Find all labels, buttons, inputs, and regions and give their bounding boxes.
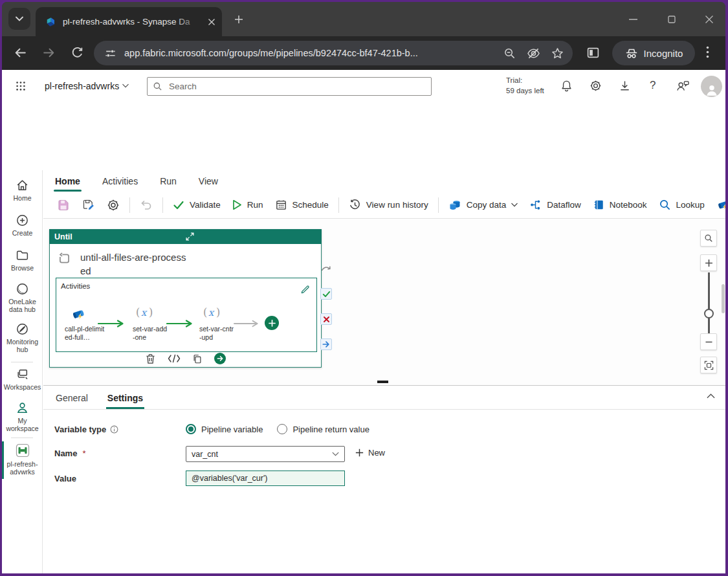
forward-button[interactable] (42, 46, 56, 60)
address-bar[interactable]: app.fabric.microsoft.com/groups/me/pipel… (94, 41, 573, 65)
waffle-menu-icon[interactable] (15, 80, 27, 92)
back-button[interactable] (14, 46, 27, 60)
notebook-button[interactable]: Notebook (587, 195, 653, 215)
tab-search-button[interactable] (8, 8, 30, 30)
tab-home[interactable]: Home (54, 173, 82, 189)
until-activities-box[interactable]: Activities call-pl-delimited-full… (x) s… (56, 278, 317, 352)
set-variable-icon[interactable]: (x) (135, 305, 155, 318)
port-completion-icon[interactable] (320, 338, 332, 350)
copy-icon[interactable] (192, 353, 203, 364)
create-plus-icon (16, 214, 29, 227)
delete-trash-icon[interactable] (145, 353, 156, 364)
sidebar-item-my-workspace[interactable]: My workspace (2, 401, 43, 432)
canvas-search-button[interactable] (700, 230, 717, 247)
bookmark-star-icon[interactable] (551, 47, 564, 60)
port-success-icon[interactable] (320, 288, 332, 300)
pipeline-settings-gear-icon[interactable] (101, 195, 126, 215)
settings-gear-icon[interactable] (590, 80, 602, 92)
tab-title-fade (174, 12, 204, 32)
notifications-bell-icon[interactable] (560, 80, 573, 92)
validate-button[interactable]: Validate (167, 195, 226, 215)
help-icon[interactable]: ? (650, 79, 656, 92)
zoom-slider-track[interactable] (708, 272, 710, 335)
eye-off-icon[interactable] (527, 47, 540, 60)
port-fail-icon[interactable] (320, 313, 332, 325)
sidebar-item-onelake[interactable]: OneLake data hub (2, 282, 43, 313)
port-skip-icon[interactable] (320, 262, 332, 274)
run-button[interactable]: Run (226, 195, 269, 215)
avatar[interactable] (701, 76, 722, 97)
node-label[interactable]: set-var-cntr-upd (199, 325, 236, 342)
new-tab-button[interactable] (231, 12, 247, 27)
feedback-icon[interactable] (676, 80, 690, 92)
collapse-panel-icon[interactable] (707, 393, 715, 399)
fabric-logo-icon (45, 16, 56, 28)
canvas-scrollbar[interactable] (722, 284, 725, 313)
tab-view[interactable]: View (197, 173, 219, 189)
schedule-button[interactable]: Schedule (269, 195, 335, 215)
pipeline-activity-icon[interactable] (71, 307, 87, 322)
edit-pencil-icon[interactable] (300, 285, 310, 294)
copy-data-button[interactable]: Copy data (443, 195, 524, 215)
pipeline-title[interactable]: pl-refresh-advwrks (45, 81, 119, 91)
chevron-down-icon[interactable] (122, 83, 129, 88)
tab-settings[interactable]: Settings (106, 393, 144, 409)
zoom-out-button[interactable] (700, 333, 717, 350)
sidebar-item-browse[interactable]: Browse (2, 249, 43, 272)
minimize-button[interactable] (624, 12, 641, 27)
sidebar-item-create[interactable]: Create (2, 214, 43, 237)
code-icon[interactable] (168, 354, 181, 363)
svg-text:(: ( (136, 306, 140, 318)
variable-value-input[interactable] (186, 471, 345, 486)
zoom-in-button[interactable] (700, 254, 717, 271)
close-window-button[interactable] (701, 12, 718, 27)
dataflow-button[interactable]: Dataflow (524, 195, 587, 215)
sidebar-item-home[interactable]: Home (2, 179, 43, 202)
site-settings-icon[interactable] (104, 47, 116, 60)
browser-tab[interactable]: pl-refresh-advwrks - Synapse Da (36, 7, 222, 36)
toolbar-divider (162, 197, 163, 213)
fabric-app: pl-refresh-advwrks Trial: 59 days left ?… (2, 70, 725, 573)
maximize-button[interactable] (663, 12, 680, 27)
radio-pipeline-return-value[interactable] (277, 424, 287, 434)
activity-name[interactable]: until-all-files-are-processed (80, 250, 186, 278)
lookup-button[interactable]: Lookup (653, 195, 711, 215)
tab-general[interactable]: General (54, 393, 89, 409)
undo-button[interactable] (134, 195, 159, 215)
zoom-out-icon[interactable] (503, 47, 516, 60)
panel-resize-handle[interactable] (377, 381, 388, 383)
go-to-activity-icon[interactable] (214, 353, 226, 364)
set-variable-icon[interactable]: (x) (203, 305, 222, 318)
left-nav: Home Create Browse OneLake data hub Moni… (2, 170, 43, 573)
side-panel-icon[interactable] (586, 46, 600, 60)
node-label[interactable]: set-var-add-one (133, 325, 169, 342)
global-search[interactable] (147, 77, 432, 96)
until-activity-header[interactable]: Until (49, 229, 322, 244)
info-icon[interactable] (110, 425, 118, 434)
expand-collapse-icon[interactable] (186, 232, 317, 241)
sidebar-item-pipeline[interactable]: pl-refresh-advwrks (2, 443, 43, 476)
tab-activities[interactable]: Activities (101, 173, 139, 189)
until-activity-card[interactable]: Until until-all-files-are-processed Acti… (49, 229, 322, 368)
reload-button[interactable] (71, 46, 84, 60)
sidebar-item-monitoring[interactable]: Monitoring hub (2, 322, 43, 353)
radio-pipeline-variable[interactable] (186, 424, 196, 434)
pipeline-canvas[interactable]: Until until-all-files-are-processed Acti… (43, 219, 725, 385)
new-variable-button[interactable]: New (355, 448, 385, 458)
tab-run[interactable]: Run (159, 173, 178, 189)
sidebar-item-workspaces[interactable]: Workspaces (2, 368, 43, 391)
browser-menu-icon[interactable] (706, 46, 709, 58)
tab-close-icon[interactable] (208, 18, 215, 26)
download-icon[interactable] (619, 80, 631, 92)
view-run-history-button[interactable]: View run history (343, 195, 434, 215)
save-as-button[interactable] (76, 195, 101, 215)
add-activity-button[interactable] (265, 316, 279, 330)
variable-name-dropdown[interactable]: var_cnt (186, 446, 345, 462)
url-text[interactable]: app.fabric.microsoft.com/groups/me/pipel… (124, 48, 492, 58)
ribbon-tabs: Home Activities Run View (43, 170, 725, 192)
invoke-pipeline-button[interactable] (711, 195, 725, 215)
save-button[interactable] (51, 195, 76, 215)
search-input[interactable] (168, 81, 426, 92)
zoom-slider-knob[interactable] (704, 309, 714, 318)
fit-to-screen-button[interactable] (700, 357, 717, 373)
